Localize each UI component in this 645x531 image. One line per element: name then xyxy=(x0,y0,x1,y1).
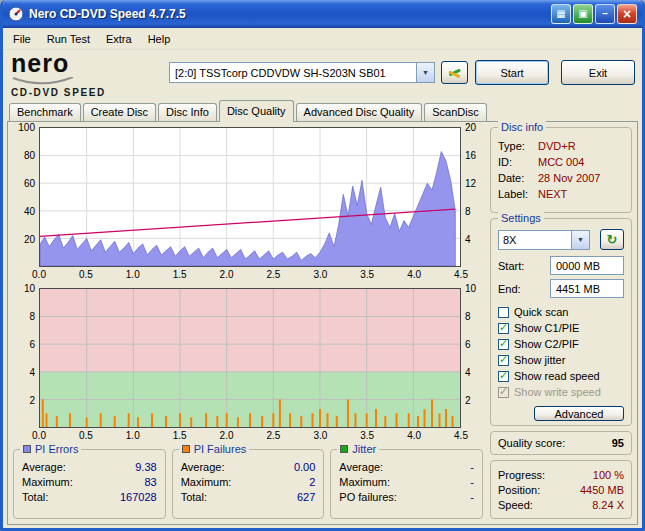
settings-checkbox[interactable]: Show C2/PIF xyxy=(498,336,624,352)
menu-item[interactable]: File xyxy=(5,30,39,48)
panel-title: PI Failures xyxy=(194,443,247,455)
settings-checkbox[interactable]: Show read speed xyxy=(498,368,624,384)
charts-column: 10080604020 20161284 0.00.51.01.52.02.53… xyxy=(13,127,483,519)
stat-row: Total:167028 xyxy=(22,489,157,504)
disc-info-row: Type:DVD+R xyxy=(498,138,624,154)
refresh-button[interactable]: ↻ xyxy=(600,229,624,250)
speed-selector[interactable]: 8X ▼ xyxy=(498,230,590,250)
tab[interactable]: Benchmark xyxy=(9,103,81,121)
pi-failures-legend-swatch-icon xyxy=(182,445,190,453)
pi-errors-x-axis: 0.00.51.01.52.02.53.03.54.04.5 xyxy=(39,267,461,283)
minimize-button[interactable]: – xyxy=(595,4,615,24)
nero-logo-subtitle: CD-DVD SPEED xyxy=(11,88,106,98)
tab-strip: BenchmarkCreate DiscDisc InfoDisc Qualit… xyxy=(3,99,642,121)
pi-failures-left-axis: 108642 xyxy=(13,288,39,428)
status-row: Speed:8.24 X xyxy=(498,497,624,512)
settings-checkbox[interactable]: Show jitter xyxy=(498,352,624,368)
close-button[interactable]: × xyxy=(617,4,637,24)
tab[interactable]: ScanDisc xyxy=(424,103,486,121)
tab[interactable]: Disc Info xyxy=(158,103,217,121)
stat-row: Average:0.00 xyxy=(181,459,316,474)
checkbox-label: Quick scan xyxy=(514,306,568,318)
stat-row: Maximum:83 xyxy=(22,474,157,489)
progress-box: Progress:100 %Position:4450 MBSpeed:8.24… xyxy=(490,460,632,519)
stat-row: Average:- xyxy=(339,459,474,474)
tab-label: Disc Info xyxy=(166,106,209,118)
status-row: Progress:100 % xyxy=(498,467,624,482)
start-button[interactable]: Start xyxy=(475,60,549,85)
pi-failures-stats-panel: PI Failures Average:0.00Maximum:2Total:6… xyxy=(172,449,325,519)
stat-row: PO failures:- xyxy=(339,489,474,504)
settings-checkbox[interactable]: Show write speed xyxy=(498,384,624,400)
dropdown-arrow-icon[interactable]: ▼ xyxy=(416,63,434,82)
app-window: Nero CD-DVD Speed 4.7.7.5 ▦ ▣ – × FileRu… xyxy=(0,0,645,531)
checkmark-icon[interactable] xyxy=(498,307,509,318)
tab[interactable]: Disc Quality xyxy=(219,100,294,122)
app-icon xyxy=(8,6,24,22)
burn-tools-icon xyxy=(447,66,463,80)
quality-score-box: Quality score: 95 xyxy=(490,431,632,455)
end-position-field[interactable] xyxy=(550,279,624,298)
panel-title: Jitter xyxy=(352,443,376,455)
pi-errors-left-axis: 10080604020 xyxy=(13,127,39,267)
window-controls: ▦ ▣ – × xyxy=(551,4,637,24)
tab-label: Advanced Disc Quality xyxy=(304,106,415,118)
panel-title: PI Errors xyxy=(35,443,78,455)
checkbox-label: Show jitter xyxy=(514,354,565,366)
start-field-label: Start: xyxy=(498,260,524,272)
drive-tools-button[interactable] xyxy=(441,61,468,84)
dropdown-arrow-icon[interactable]: ▼ xyxy=(571,231,589,249)
speed-selector-value: 8X xyxy=(499,234,571,246)
checkbox-label: Show C1/PIE xyxy=(514,322,579,334)
group-title: Settings xyxy=(498,212,544,224)
checkmark-icon[interactable] xyxy=(498,371,509,382)
checkmark-icon[interactable] xyxy=(498,387,509,398)
start-position-field[interactable] xyxy=(550,256,624,275)
pi-errors-legend-swatch-icon xyxy=(23,445,31,453)
statistics-panels: PI Errors Average:9.38Maximum:83Total:16… xyxy=(13,449,483,519)
checkmark-icon[interactable] xyxy=(498,355,509,366)
jitter-stats-panel: Jitter Average:-Maximum:-PO failures:- xyxy=(330,449,483,519)
sidebar: Disc info Type:DVD+RID:MCC 004Date:28 No… xyxy=(490,127,632,519)
settings-checkbox[interactable]: Quick scan xyxy=(498,304,624,320)
drive-selector[interactable]: [2:0] TSSTcorp CDDVDW SH-S203N SB01 ▼ xyxy=(169,62,435,83)
settings-group: Settings 8X ▼ ↻ Start: End: xyxy=(490,218,632,426)
checkbox-label: Show C2/PIF xyxy=(514,338,579,350)
menu-item[interactable]: Extra xyxy=(98,30,140,48)
stat-row: Total:627 xyxy=(181,489,316,504)
titlebar-extra-button-2[interactable]: ▣ xyxy=(573,4,593,24)
exit-button[interactable]: Exit xyxy=(561,60,635,85)
pi-errors-stats-panel: PI Errors Average:9.38Maximum:83Total:16… xyxy=(13,449,166,519)
pi-errors-chart: 10080604020 20161284 0.00.51.01.52.02.53… xyxy=(13,127,483,283)
menu-item[interactable]: Help xyxy=(140,30,179,48)
checkmark-icon[interactable] xyxy=(498,339,509,350)
tab[interactable]: Advanced Disc Quality xyxy=(296,103,423,121)
pi-errors-right-axis: 20161284 xyxy=(461,127,483,267)
nero-logo-word: nero xyxy=(11,51,106,76)
disc-quality-tab-page: 10080604020 20161284 0.00.51.01.52.02.53… xyxy=(7,121,638,525)
advanced-button[interactable]: Advanced xyxy=(534,406,624,421)
nero-logo: nero CD-DVD SPEED xyxy=(11,51,106,98)
menu-item[interactable]: Run Test xyxy=(39,30,98,48)
refresh-icon: ↻ xyxy=(607,232,618,247)
window-title: Nero CD-DVD Speed 4.7.7.5 xyxy=(29,7,546,21)
checkbox-label: Show write speed xyxy=(514,386,601,398)
checkbox-label: Show read speed xyxy=(514,370,600,382)
disc-info-group: Disc info Type:DVD+RID:MCC 004Date:28 No… xyxy=(490,127,632,213)
tab[interactable]: Create Disc xyxy=(83,103,156,121)
titlebar: Nero CD-DVD Speed 4.7.7.5 ▦ ▣ – × xyxy=(3,0,642,28)
settings-checkbox[interactable]: Show C1/PIE xyxy=(498,320,624,336)
drive-selector-value: [2:0] TSSTcorp CDDVDW SH-S203N SB01 xyxy=(170,67,416,79)
pi-errors-plot-area xyxy=(39,127,461,267)
disc-info-row: Label:NEXT xyxy=(498,186,624,202)
pi-failures-chart: 108642 108642 0.00.51.01.52.02.53.03.54.… xyxy=(13,288,483,444)
jitter-legend-swatch-icon xyxy=(340,445,348,453)
tab-label: Disc Quality xyxy=(227,105,286,117)
header: nero CD-DVD SPEED [2:0] TSSTcorp CDDVDW … xyxy=(3,50,642,99)
menu-bar: FileRun TestExtraHelp xyxy=(3,28,642,50)
pi-failures-plot-area xyxy=(39,288,461,428)
titlebar-extra-button-1[interactable]: ▦ xyxy=(551,4,571,24)
checkmark-icon[interactable] xyxy=(498,323,509,334)
tab-label: Benchmark xyxy=(17,106,73,118)
end-field-label: End: xyxy=(498,283,521,295)
